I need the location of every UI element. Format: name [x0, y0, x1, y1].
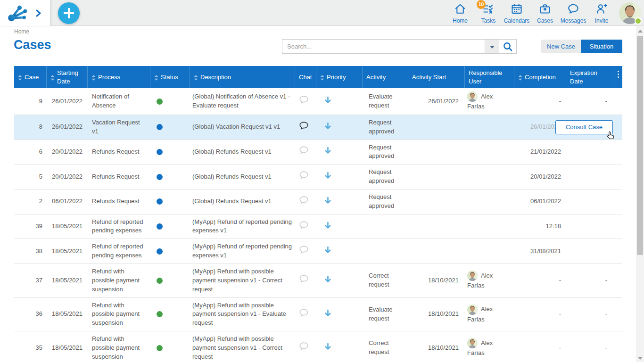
cell-completion: -	[514, 306, 566, 322]
chat-bubble-icon[interactable]	[299, 149, 309, 156]
user-mini-avatar	[467, 338, 478, 348]
scrollbar-thumb[interactable]	[637, 36, 643, 255]
scroll-up-arrow-icon[interactable]	[638, 30, 643, 33]
cell-process: Refunds Request	[87, 194, 150, 209]
cell-starting_date: 26/01/2022	[46, 94, 87, 109]
table-row-case-9[interactable]: 926/01/2022Notification of Absence(Globa…	[14, 88, 622, 115]
table-row-case-8[interactable]: 826/01/2022Vacation Request v1(Global) V…	[14, 115, 622, 140]
nav-item-label: Cases	[531, 17, 559, 24]
nav-item-cases[interactable]: Cases	[531, 3, 559, 24]
chat-bubble-icon[interactable]	[299, 199, 309, 206]
cell-case: 8	[14, 119, 46, 135]
sort-arrows-icon	[518, 74, 522, 80]
cell-activity_start: 26/01/2022	[408, 94, 464, 109]
cell-activity: Evaluate request	[362, 302, 408, 327]
column-header-completion[interactable]: Completion	[514, 66, 566, 88]
cell-process: Notification of Absence	[87, 89, 150, 114]
user-name: Farías	[467, 281, 485, 290]
breadcrumb[interactable]: Home	[14, 28, 29, 35]
column-header-description[interactable]: Description	[190, 66, 295, 88]
cell-starting_date: 20/01/2022	[46, 169, 87, 185]
invite-icon	[595, 3, 608, 15]
column-label: Status	[161, 73, 178, 82]
search-box	[282, 39, 517, 54]
table-row-case-36[interactable]: 3618/05/2021Refund with possible payment…	[14, 298, 622, 332]
chat-bubble-icon[interactable]	[299, 278, 309, 285]
cell-activity_start: 18/10/2021	[408, 340, 464, 356]
nav-item-messages[interactable]: Messages	[559, 3, 587, 24]
cell-activity_start	[408, 198, 464, 205]
cell-status	[150, 340, 190, 356]
cell-priority	[316, 168, 362, 185]
column-label: Completion	[525, 73, 556, 82]
home-icon	[454, 3, 466, 15]
chat-bubble-icon[interactable]	[299, 125, 309, 132]
cell-starting_date: 06/01/2022	[46, 194, 87, 209]
nav-item-label: Home	[446, 17, 474, 24]
cell-responsible_user: AlexFarías	[464, 335, 514, 361]
nav-item-label: Invite	[587, 17, 616, 24]
cell-status	[150, 119, 190, 135]
cell-responsible_user: AlexFarías	[464, 88, 514, 115]
priority-arrow-down-icon	[324, 173, 331, 181]
expand-menu-chevron-icon[interactable]	[35, 9, 41, 17]
new-item-plus-button[interactable]	[58, 2, 80, 24]
column-label: Chat	[299, 73, 312, 82]
nav-item-calendars[interactable]: Calendars	[503, 3, 531, 24]
cell-chat	[295, 305, 316, 324]
priority-arrow-down-icon	[324, 311, 331, 318]
chat-bubble-icon[interactable]	[299, 224, 309, 231]
column-header-priority[interactable]: Priority	[316, 66, 362, 88]
priority-arrow-down-icon	[324, 345, 331, 352]
new-case-button[interactable]: New Case	[541, 40, 581, 53]
table-row-case-37[interactable]: 3718/05/2021Refund with possible payment…	[14, 264, 622, 298]
cell-expiration_date	[566, 248, 614, 255]
search-input[interactable]	[282, 40, 485, 53]
column-header-status[interactable]: Status	[150, 66, 190, 88]
user-mini-avatar	[467, 304, 478, 315]
nav-item-tasks[interactable]: 10Tasks	[474, 3, 503, 24]
chat-bubble-icon[interactable]	[299, 99, 309, 106]
scroll-down-arrow-icon[interactable]	[638, 357, 643, 360]
situation-button[interactable]: Situation	[581, 40, 622, 53]
search-button[interactable]	[499, 40, 516, 53]
user-mini-avatar	[467, 271, 478, 281]
table-row-case-39[interactable]: 3918/05/2021Refund of reported pending e…	[14, 214, 622, 239]
column-header-expiration_date: Expiration Date	[566, 66, 614, 88]
responsible-user: AlexFarías	[467, 91, 511, 111]
table-row-case-38[interactable]: 3818/05/2021Refund of reported pending e…	[14, 239, 622, 264]
column-label: Responsible User	[469, 69, 511, 85]
chat-bubble-icon[interactable]	[299, 346, 309, 353]
user-avatar[interactable]	[619, 2, 641, 24]
user-name: Farías	[467, 315, 485, 324]
sort-arrows-icon	[18, 74, 22, 80]
vertical-scrollbar[interactable]	[636, 26, 644, 362]
table-row-case-6[interactable]: 620/01/2022Refunds Request(Global) Refun…	[14, 140, 622, 165]
user-mini-avatar	[467, 91, 478, 102]
cell-case: 39	[14, 219, 46, 234]
cell-priority	[316, 339, 362, 356]
chat-bubble-icon[interactable]	[299, 249, 309, 256]
priority-arrow-down-icon	[324, 248, 331, 255]
chat-bubble-icon[interactable]	[299, 312, 309, 319]
cell-chat	[295, 242, 316, 261]
search-filter-dropdown-button[interactable]	[485, 40, 499, 53]
column-label: Description	[200, 73, 231, 82]
cell-responsible_user: AlexFarías	[464, 267, 514, 294]
table-row-case-5[interactable]: 520/01/2022Refunds Request(Global) Refun…	[14, 165, 622, 189]
cell-case: 6	[14, 144, 46, 160]
cell-priority	[316, 193, 362, 210]
cell-starting_date: 26/01/2022	[46, 119, 87, 135]
column-header-case[interactable]: Case	[14, 66, 46, 88]
cell-process: Refund with possible payment suspension	[87, 264, 150, 297]
column-header-starting_date[interactable]: Starting Date	[46, 66, 87, 88]
nav-item-home[interactable]: Home	[446, 3, 474, 24]
column-header-process[interactable]: Process	[87, 66, 150, 88]
chat-bubble-icon[interactable]	[299, 174, 309, 181]
table-row-case-2[interactable]: 206/01/2022Refunds Request(Global) Refun…	[14, 189, 622, 214]
table-row-case-35[interactable]: 3518/05/2021Refund with possible payment…	[14, 331, 622, 362]
tasks-count-badge: 10	[477, 0, 486, 9]
column-options-icon[interactable]	[614, 66, 622, 88]
consult-case-button[interactable]: Consult Case	[555, 120, 613, 134]
nav-item-invite[interactable]: Invite	[587, 3, 616, 24]
